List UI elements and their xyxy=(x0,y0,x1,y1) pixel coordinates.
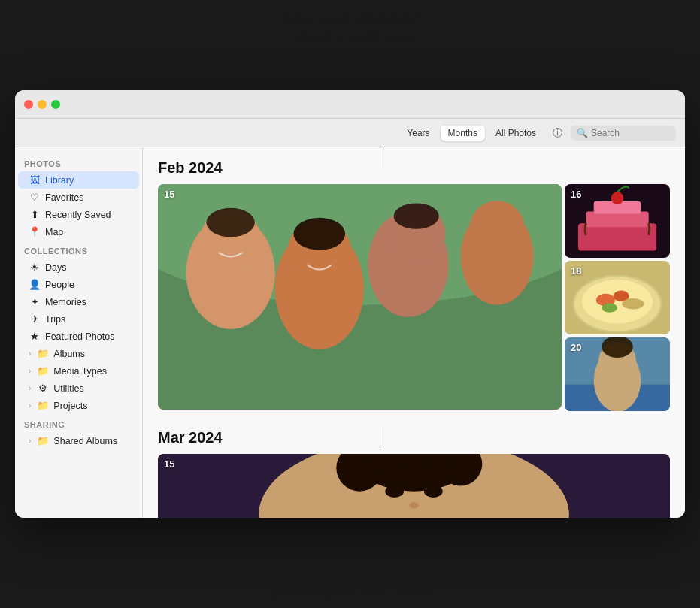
sidebar-item-projects[interactable]: › 📁 Projects xyxy=(18,397,139,414)
main-content: Photos 🖼 Library ♡ Favorites ⬆ Recently … xyxy=(15,147,685,518)
top-annotation-line1: انقر لمشاهدة الصور مجمّعة xyxy=(0,8,700,27)
info-button[interactable]: ⓘ xyxy=(550,126,565,141)
sidebar-item-memories-label: Memories xyxy=(45,297,86,307)
search-icon: 🔍 xyxy=(577,128,588,138)
view-all-button[interactable]: All Photos xyxy=(488,126,544,141)
side-photo-feb-18[interactable]: 18 xyxy=(565,261,670,334)
svg-point-41 xyxy=(409,502,418,508)
trips-icon: ✈ xyxy=(29,313,41,325)
photo-mar-number: 15 xyxy=(164,458,174,470)
main-photo-feb-number: 15 xyxy=(164,189,174,200)
svg-point-24 xyxy=(602,303,617,313)
svg-point-23 xyxy=(622,298,644,310)
photo-area[interactable]: Feb 2024 xyxy=(143,147,685,518)
bottom-annotation: قم بالتمرير لأعلى أو لأسفل باستخدام مفتا… xyxy=(0,562,700,600)
sidebar-item-albums[interactable]: › 📁 Albums xyxy=(18,345,139,362)
library-icon: 🖼 xyxy=(29,174,41,186)
faces-photo xyxy=(158,184,562,410)
side-photo-feb-20[interactable]: 20 xyxy=(565,337,670,411)
albums-icon: 📁 xyxy=(37,348,49,359)
sidebar-item-featured-photos-label: Featured Photos xyxy=(45,331,114,342)
sidebar-item-recently-saved-label: Recently Saved xyxy=(45,210,111,220)
sidebar-item-library[interactable]: 🖼 Library xyxy=(18,171,139,189)
close-button[interactable] xyxy=(24,100,33,109)
sidebar-item-featured-photos[interactable]: ★ Featured Photos xyxy=(18,328,139,345)
view-years-button[interactable]: Years xyxy=(399,126,437,141)
photo-grid-feb: 15 xyxy=(158,184,670,411)
callout-line-top xyxy=(380,147,380,168)
sidebar-item-trips-label: Trips xyxy=(45,314,65,325)
media-types-icon: 📁 xyxy=(37,365,49,377)
sidebar-item-media-types[interactable]: › 📁 Media Types xyxy=(18,362,139,380)
svg-point-4 xyxy=(206,208,254,237)
titlebar xyxy=(15,90,685,119)
month-label-mar: Mar 2024 xyxy=(158,429,670,446)
sidebar-item-map[interactable]: 📍 Map xyxy=(18,223,139,240)
utilities-chevron-icon: › xyxy=(29,384,31,392)
search-input[interactable] xyxy=(591,128,666,138)
media-types-chevron-icon: › xyxy=(29,367,31,375)
bottom-annotation-line2: السهمين، أو قم بالتحريك بإصبعين. xyxy=(0,581,700,600)
albums-chevron-icon: › xyxy=(29,349,31,358)
svg-point-17 xyxy=(611,192,624,204)
sidebar-item-recently-saved[interactable]: ⬆ Recently Saved xyxy=(18,206,139,223)
sidebar-item-utilities-label: Utilities xyxy=(53,383,83,394)
info-icon: ⓘ xyxy=(553,126,562,140)
top-annotation-line2: حسب الأشهر أو السنوات. xyxy=(0,27,700,47)
utilities-icon: ⚙ xyxy=(37,383,49,394)
svg-point-7 xyxy=(293,218,345,250)
side-photo-18-number: 18 xyxy=(571,265,581,277)
maximize-button[interactable] xyxy=(51,100,60,109)
sidebar-item-memories[interactable]: ✦ Memories xyxy=(18,293,139,310)
bottom-annotation-line1: قم بالتمرير لأعلى أو لأسفل باستخدام مفتا… xyxy=(0,562,700,582)
side-photo-16-number: 16 xyxy=(571,189,581,200)
side-photos-feb: 16 xyxy=(565,184,670,411)
sidebar-item-albums-label: Albums xyxy=(53,349,85,359)
shared-albums-chevron-icon: › xyxy=(29,437,31,445)
sidebar-item-people-label: People xyxy=(45,280,74,290)
toolbar: Years Months All Photos ⓘ 🔍 xyxy=(15,119,685,147)
sidebar-item-library-label: Library xyxy=(45,175,74,186)
search-box: 🔍 xyxy=(571,126,676,141)
sidebar-item-trips[interactable]: ✈ Trips xyxy=(18,310,139,328)
side-photo-feb-16[interactable]: 16 xyxy=(565,184,670,258)
svg-point-40 xyxy=(424,485,443,498)
sidebar-section-photos: Photos xyxy=(15,153,142,171)
recently-saved-icon: ⬆ xyxy=(29,209,41,220)
side-photo-20-number: 20 xyxy=(571,342,581,353)
sidebar-item-favorites[interactable]: ♡ Favorites xyxy=(18,189,139,206)
svg-rect-14 xyxy=(578,223,656,250)
sidebar-item-days-label: Days xyxy=(45,262,66,273)
memories-icon: ✦ xyxy=(29,296,41,307)
sidebar-section-collections: Collections xyxy=(15,240,142,259)
app-window: Years Months All Photos ⓘ 🔍 Photos 🖼 Lib… xyxy=(15,90,685,518)
minimize-button[interactable] xyxy=(38,100,47,109)
traffic-lights xyxy=(24,100,60,109)
sidebar: Photos 🖼 Library ♡ Favorites ⬆ Recently … xyxy=(15,147,143,518)
sidebar-item-people[interactable]: 👤 People xyxy=(18,276,139,293)
sidebar-item-utilities[interactable]: › ⚙ Utilities xyxy=(18,380,139,397)
featured-photos-icon: ★ xyxy=(29,331,41,342)
projects-chevron-icon: › xyxy=(29,401,31,410)
sidebar-item-days[interactable]: ☀ Days xyxy=(18,259,139,276)
sidebar-item-shared-albums[interactable]: › 📁 Shared Albums xyxy=(18,432,139,449)
month-label-feb: Feb 2024 xyxy=(158,159,670,177)
map-icon: 📍 xyxy=(29,226,41,237)
family-photo-svg xyxy=(158,184,562,410)
days-icon: ☀ xyxy=(29,262,41,273)
sidebar-item-map-label: Map xyxy=(45,227,63,237)
top-annotation: انقر لمشاهدة الصور مجمّعة حسب الأشهر أو … xyxy=(0,8,700,46)
svg-point-12 xyxy=(470,201,525,256)
month-section-feb: Feb 2024 xyxy=(158,159,670,411)
view-months-button[interactable]: Months xyxy=(441,126,485,141)
callout-line-bottom xyxy=(380,427,380,448)
sidebar-item-shared-albums-label: Shared Albums xyxy=(53,436,117,446)
projects-icon: 📁 xyxy=(37,400,49,411)
svg-point-39 xyxy=(385,485,404,498)
people-icon: 👤 xyxy=(29,279,41,290)
photo-mar-main[interactable]: 15 xyxy=(158,454,670,518)
sidebar-section-sharing: Sharing xyxy=(15,414,142,432)
main-photo-feb[interactable]: 15 xyxy=(158,184,562,410)
sidebar-item-favorites-label: Favorites xyxy=(45,192,83,203)
sidebar-item-projects-label: Projects xyxy=(53,401,87,411)
